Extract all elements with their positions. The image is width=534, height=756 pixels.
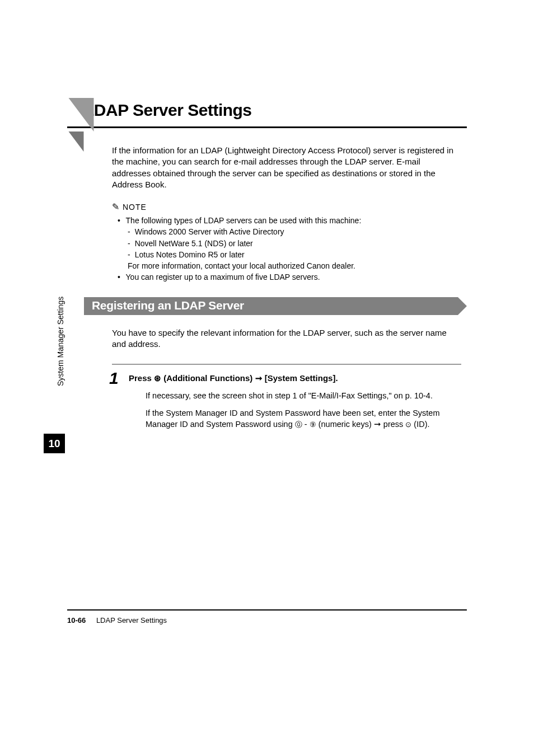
step-title-mid: (Additional Functions) (161, 373, 255, 383)
heading-rule (67, 126, 467, 128)
step-body2-post: (ID). (411, 420, 429, 429)
footer-page-number: 10-66 (67, 616, 86, 624)
note-item: The following types of LDAP servers can … (118, 215, 467, 271)
numeric-key-9-icon: ⑨ (310, 420, 316, 430)
note-label-text: NOTE (123, 203, 147, 212)
note-label: ✎ NOTE (112, 201, 467, 212)
additional-functions-icon: ⊛ (154, 373, 161, 383)
note-followup: For more information, contact your local… (128, 260, 467, 271)
note-subitem: Windows 2000 Server with Active Director… (128, 226, 467, 237)
step-title-pre: Press (129, 373, 154, 383)
step-block: 1 Press ⊛ (Additional Functions) ➞ [Syst… (129, 373, 461, 430)
step-number: 1 (109, 369, 119, 388)
footer-title: LDAP Server Settings (96, 616, 167, 624)
note-sublist: Windows 2000 Server with Active Director… (128, 226, 467, 260)
main-heading-block: LDAP Server Settings (67, 101, 467, 128)
intro-paragraph: If the information for an LDAP (Lightwei… (112, 145, 461, 190)
heading-triangle-icon (69, 98, 94, 132)
section-subheading: Registering an LDAP Server (84, 297, 458, 315)
note-block: ✎ NOTE The following types of LDAP serve… (112, 201, 467, 283)
note-list: The following types of LDAP servers can … (118, 215, 467, 283)
subheading-block: Registering an LDAP Server (84, 297, 467, 315)
numeric-key-0-icon: ⓪ (295, 420, 302, 430)
chapter-tab: 10 (44, 434, 65, 453)
pencil-icon: ✎ (112, 201, 120, 212)
id-key-icon: ⊙ (405, 420, 411, 430)
note-subitem: Lotus Notes Domino R5 or later (128, 249, 467, 260)
arrow-icon: ➞ (255, 373, 263, 383)
step-divider (112, 364, 461, 365)
step-body: If necessary, see the screen shot in ste… (146, 390, 461, 430)
footer-rule (67, 609, 467, 611)
arrow-icon: ➞ (374, 420, 381, 429)
step-body2-press: press (381, 420, 406, 429)
note-item-text: The following types of LDAP servers can … (126, 216, 362, 225)
note-item-text: You can register up to a maximum of five… (126, 273, 320, 281)
footer: 10-66 LDAP Server Settings (67, 616, 167, 624)
step-title-post: [System Settings]. (263, 373, 338, 383)
note-item: You can register up to a maximum of five… (118, 271, 467, 283)
note-subitem: Novell NetWare 5.1 (NDS) or later (128, 238, 467, 249)
step-title: Press ⊛ (Additional Functions) ➞ [System… (129, 373, 461, 383)
step-body2-mid: (numeric keys) (316, 420, 374, 429)
step-body-p2: If the System Manager ID and System Pass… (146, 407, 461, 430)
page-title: LDAP Server Settings (67, 101, 467, 124)
step-body-p1: If necessary, see the screen shot in ste… (146, 390, 461, 401)
subheading-triangle-icon (458, 297, 467, 315)
sub-paragraph: You have to specify the relevant informa… (112, 327, 461, 350)
step-body2-dash: - (302, 420, 310, 429)
sidebar-section-label: System Manager Settings (56, 297, 65, 386)
